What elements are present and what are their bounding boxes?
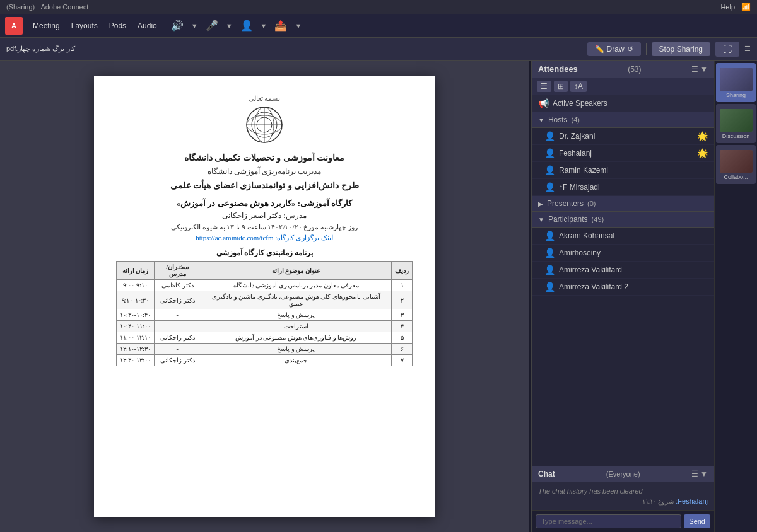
pdf-table-row: ۴استراحت-۱۰:۴۰-۱۱:۰۰: [117, 321, 413, 332]
pdf-table-cell-4-2: دکتر زاجکانی: [154, 332, 201, 344]
attendees-menu-button[interactable]: ☰ ▼: [691, 65, 708, 74]
participant-item-amirhoseiny: 👤 Amirhoseiny: [532, 245, 714, 262]
pdf-table-cell-5-1: پرسش و پاسخ: [201, 344, 391, 355]
hosts-section-header[interactable]: ▼ Hosts (4): [532, 112, 714, 128]
pdf-table-cell-0-1: معرفی معاون مدیر برنامه‌ریزی آموزشی دانش…: [201, 280, 391, 291]
toolbar-separator: [646, 43, 647, 55]
discussion-panel-button[interactable]: Discussion: [716, 104, 756, 143]
pdf-table-cell-0-3: ۹:۰۰-۹:۱۰: [117, 280, 155, 291]
attendees-header: Attendees (53) ☰ ▼: [532, 61, 714, 78]
host-item-zajkani: 👤 Dr. Zajkani 🌟: [532, 128, 714, 145]
participant-icon-vakilifard1: 👤: [544, 265, 555, 275]
sort-button[interactable]: ↕A: [570, 81, 587, 92]
active-speakers-label: Active Speakers: [553, 99, 607, 108]
pdf-area: بسمه تعالی معاونت آموزشی و تحصیلات تکمیل…: [0, 61, 529, 532]
pdf-table-header-col2: عنوان موضوع ارائه: [201, 262, 391, 280]
presenters-arrow-icon: ▶: [538, 200, 543, 207]
signal-icon: 📶: [741, 3, 751, 11]
host-item-kazemi: 👤 Ramin Kazemi: [532, 162, 714, 179]
pdf-table-cell-3-3: ۱۰:۴۰-۱۱:۰۰: [117, 321, 155, 332]
collabo-thumbnail: [720, 150, 753, 173]
pdf-table-cell-3-1: استراحت: [201, 321, 391, 332]
refresh-icon: ↺: [627, 45, 633, 54]
chat-menu-button[interactable]: ☰ ▼: [691, 470, 708, 478]
participant-icon-vakilifard2: 👤: [544, 282, 555, 292]
pdf-table-cell-1-3: ۹:۱۰-۱۰:۳۰: [117, 291, 155, 309]
discussion-thumbnail: [720, 109, 753, 132]
attendees-title: Attendees: [538, 64, 578, 74]
microphone-icon[interactable]: 🎤: [203, 18, 221, 33]
pdf-title1: معاونت آموزشی و تحصیلات تکمیلی دانشگاه: [116, 153, 413, 163]
host-name-zajkani: Dr. Zajkani: [559, 132, 595, 141]
hosts-label: Hosts: [548, 115, 568, 124]
help-button[interactable]: Help: [720, 3, 735, 11]
top-bar-right: Help 📶: [720, 3, 751, 11]
chat-body: The chat history has been cleared Feshal…: [532, 482, 714, 510]
grid-view-button[interactable]: ⊞: [554, 81, 568, 92]
chat-header: Chat (Everyone) ☰ ▼: [532, 466, 714, 482]
presenters-label: Presenters: [547, 199, 584, 208]
pdf-link: لینک برگزاری کارگاه: https://ac.aminidc.…: [116, 234, 413, 242]
menu-controls: 🔊 ▼ 🎤 ▼ 👤 ▼ 📤 ▼: [168, 18, 302, 33]
pdf-table-cell-6-3: ۱۲:۳۰-۱۳:۰۰: [117, 355, 155, 366]
share-icon[interactable]: 📤: [272, 18, 290, 33]
pdf-table-cell-5-3: ۱۲:۱۰-۱۲:۳۰: [117, 344, 155, 355]
chat-send-button[interactable]: Send: [684, 514, 710, 528]
pdf-table-cell-1-1: آشنایی با محورهای کلی هوش مصنوعی، یادگیر…: [201, 291, 391, 309]
pdf-table-cell-6-0: ۷: [392, 355, 413, 366]
chat-target: (Everyone): [606, 470, 640, 478]
fullscreen-button[interactable]: ⛶: [715, 42, 739, 57]
pdf-table-cell-2-1: پرسش و پاسخ: [201, 309, 391, 321]
window-title: (Sharing) - Adobe Connect: [6, 3, 88, 11]
pdf-title3: طرح دانش‌افزایی و توانمندسازی اعضای هیأت…: [116, 180, 413, 191]
presenters-count: (0): [587, 200, 596, 207]
attendees-body: 📢 Active Speakers ▼ Hosts (4) 👤 Dr. Zajk…: [532, 95, 714, 466]
pdf-table-cell-3-0: ۴: [392, 321, 413, 332]
pdf-table-row: ۶پرسش و پاسخ-۱۲:۱۰-۱۲:۳۰: [117, 344, 413, 355]
filename: کار برگ شماره چهار.pdf: [6, 45, 75, 53]
pdf-table-header-col4: زمان ارائه: [117, 262, 155, 280]
menu-audio[interactable]: Audio: [132, 19, 162, 33]
participant-item-vakilifard2: 👤 Amirreza Vakilifard 2: [532, 279, 714, 296]
chat-input[interactable]: [536, 514, 681, 528]
menu-layouts[interactable]: Layouts: [66, 19, 103, 33]
pdf-table-cell-0-2: دکتر کاظمی: [154, 280, 201, 291]
person-icon[interactable]: 👤: [238, 18, 255, 33]
pdf-table-cell-6-1: جمع‌بندی: [201, 355, 391, 366]
collabo-panel-button[interactable]: Collabo...: [716, 145, 756, 184]
pdf-table-row: ۱معرفی معاون مدیر برنامه‌ریزی آموزشی دان…: [117, 280, 413, 291]
pdf-table-cell-4-1: روش‌ها و فناوری‌های هوش مصنوعی در آموزش: [201, 332, 391, 344]
pdf-table: ردیف عنوان موضوع ارائه سخنران/مدرس زمان …: [116, 261, 413, 366]
pdf-table-cell-4-3: ۱۱:۰۰-۱۲:۱۰: [117, 332, 155, 344]
pdf-table-cell-5-2: -: [154, 344, 201, 355]
chat-input-area: Send: [532, 510, 714, 532]
participant-name-kohansal: Akram Kohansal: [559, 231, 614, 240]
chat-message-feshalanj: Feshalanj: شروع ۱۱:۱۰: [538, 497, 708, 505]
attendees-panel: Attendees (53) ☰ ▼ ☰ ⊞ ↕A 📢 Active Speak…: [532, 61, 714, 466]
stop-sharing-button[interactable]: Stop Sharing: [652, 42, 710, 56]
presenters-section-header[interactable]: ▶ Presenters (0): [532, 196, 714, 212]
pdf-smns: بسمه تعالی: [116, 95, 413, 103]
pencil-icon: ✏️: [595, 45, 604, 54]
chat-panel: Chat (Everyone) ☰ ▼ The chat history has…: [532, 466, 714, 532]
top-bar: (Sharing) - Adobe Connect Help 📶: [0, 0, 757, 14]
list-view-button[interactable]: ☰: [537, 81, 551, 92]
sharing-panel-button[interactable]: Sharing: [716, 63, 756, 102]
participants-section-header[interactable]: ▼ Participants (49): [532, 212, 714, 228]
participant-icon-kohansal: 👤: [544, 231, 555, 241]
chat-title: Chat: [538, 470, 555, 478]
menu-meeting[interactable]: Meeting: [28, 19, 65, 33]
draw-button[interactable]: ✏️ Draw ↺: [587, 42, 641, 56]
pdf-table-row: ۵روش‌ها و فناوری‌های هوش مصنوعی در آموزش…: [117, 332, 413, 344]
speaker-wave-icon: 📢: [538, 98, 549, 108]
pdf-table-cell-2-0: ۳: [392, 309, 413, 321]
menu-pods[interactable]: Pods: [104, 19, 131, 33]
pdf-table-cell-1-0: ۲: [392, 291, 413, 309]
discussion-panel-label: Discussion: [722, 133, 750, 139]
pdf-title2: مدیریت برنامه‌ریزی آموزشی دانشگاه: [116, 167, 413, 176]
attendees-count: (53): [628, 65, 641, 74]
host-icon-feshalanj: 👤: [544, 148, 555, 158]
more-options-icon[interactable]: ☰: [744, 45, 751, 53]
speaker-icon[interactable]: 🔊: [168, 18, 186, 33]
pdf-table-header-col3: سخنران/مدرس: [154, 262, 201, 280]
